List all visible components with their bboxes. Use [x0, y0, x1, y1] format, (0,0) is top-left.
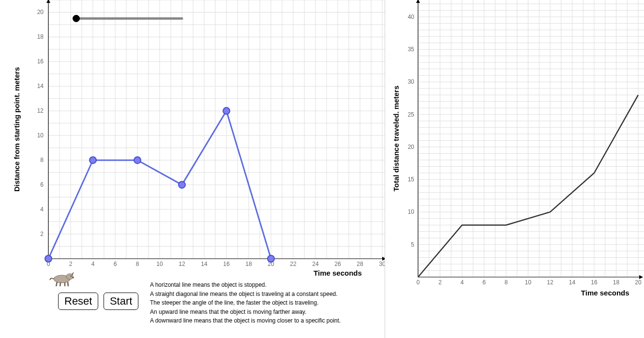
svg-text:2: 2	[438, 279, 442, 286]
start-button[interactable]: Start	[104, 293, 138, 310]
svg-line-87	[56, 282, 57, 286]
svg-text:Distance from starting point. : Distance from starting point. meters	[13, 67, 21, 192]
svg-text:Time seconds: Time seconds	[314, 269, 362, 277]
reset-button[interactable]: Reset	[58, 293, 98, 310]
right-panel: 02468101214161820510152025303540Total di…	[385, 0, 644, 338]
svg-text:20: 20	[408, 144, 415, 150]
svg-text:Total distance traveled.   met: Total distance traveled. meters	[392, 86, 400, 191]
svg-text:15: 15	[408, 176, 415, 183]
svg-text:12: 12	[179, 261, 185, 267]
info-text-block: A horizontal line means the object is st…	[150, 280, 377, 325]
svg-point-85	[71, 276, 72, 277]
svg-text:8: 8	[136, 261, 139, 267]
svg-text:14: 14	[37, 83, 44, 89]
data-point[interactable]	[223, 107, 230, 114]
svg-text:10: 10	[156, 261, 163, 267]
svg-text:4: 4	[91, 261, 95, 267]
svg-text:20: 20	[37, 9, 44, 15]
svg-text:2: 2	[40, 231, 44, 237]
left-panel: 0246810121416182022242628302468101214161…	[0, 0, 385, 338]
svg-text:12: 12	[547, 279, 554, 286]
svg-text:6: 6	[114, 261, 117, 267]
svg-text:4: 4	[40, 206, 44, 213]
svg-text:14: 14	[201, 261, 208, 267]
svg-text:5: 5	[411, 241, 414, 248]
svg-text:10: 10	[525, 279, 532, 286]
svg-text:20: 20	[635, 279, 642, 286]
svg-text:8: 8	[40, 157, 44, 163]
svg-text:22: 22	[290, 261, 297, 267]
svg-text:35: 35	[408, 46, 415, 53]
svg-text:26: 26	[334, 261, 341, 267]
svg-text:4: 4	[461, 279, 464, 286]
data-point[interactable]	[268, 255, 274, 262]
data-point[interactable]	[179, 181, 185, 188]
svg-text:24: 24	[312, 261, 319, 267]
svg-text:16: 16	[223, 261, 230, 267]
info-line: An upward line means that the object is …	[150, 308, 377, 317]
total-distance-chart[interactable]: 02468101214161820510152025303540Total di…	[385, 0, 644, 338]
svg-text:Time seconds: Time seconds	[581, 289, 629, 297]
svg-text:18: 18	[37, 33, 44, 40]
svg-line-88	[60, 282, 60, 286]
svg-text:12: 12	[37, 107, 44, 114]
svg-text:6: 6	[40, 181, 44, 188]
svg-text:14: 14	[569, 279, 576, 286]
svg-text:8: 8	[505, 279, 508, 286]
svg-text:6: 6	[482, 279, 486, 286]
info-line: A downward line means that the object is…	[150, 316, 377, 325]
info-line: A straight diagonal line means the objec…	[150, 290, 377, 299]
info-line: The steeper the angle of the line, the f…	[150, 298, 377, 308]
svg-text:10: 10	[408, 208, 415, 215]
data-point[interactable]	[90, 157, 96, 163]
svg-text:30: 30	[408, 78, 415, 85]
time-slider-handle[interactable]	[73, 15, 80, 22]
svg-text:40: 40	[408, 14, 415, 20]
svg-text:10: 10	[37, 132, 44, 139]
svg-text:2: 2	[69, 261, 73, 267]
svg-text:28: 28	[357, 261, 363, 267]
svg-text:16: 16	[37, 58, 44, 65]
svg-line-90	[68, 282, 68, 286]
dog-icon[interactable]	[47, 268, 76, 288]
data-point[interactable]	[45, 255, 52, 262]
svg-point-86	[73, 277, 74, 278]
svg-text:30: 30	[379, 261, 385, 267]
info-line: A horizontal line means the object is st…	[150, 280, 377, 290]
svg-text:25: 25	[408, 111, 415, 118]
svg-text:18: 18	[245, 261, 252, 267]
svg-text:0: 0	[417, 279, 420, 286]
svg-text:18: 18	[613, 279, 620, 286]
data-point[interactable]	[134, 157, 141, 163]
svg-text:16: 16	[591, 279, 598, 286]
